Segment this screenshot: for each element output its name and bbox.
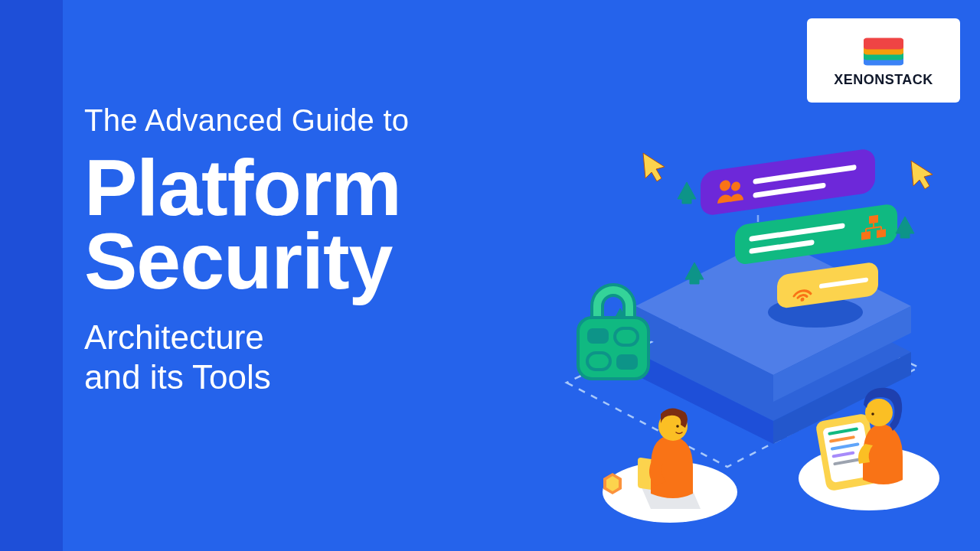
stack-icon <box>864 34 903 67</box>
svg-rect-7 <box>861 231 871 240</box>
main-title: Platform Security <box>84 152 513 298</box>
svg-point-36 <box>865 399 893 426</box>
card-org <box>735 203 897 266</box>
lock-icon <box>577 285 650 380</box>
overline-text: The Advanced Guide to <box>84 103 513 138</box>
svg-rect-23 <box>616 354 638 370</box>
subtitle-line-2: and its Tools <box>84 358 271 396</box>
title-line-2: Security <box>84 217 392 305</box>
person-laptop-left <box>603 408 737 523</box>
svg-rect-3 <box>735 203 897 266</box>
svg-point-27 <box>676 425 679 428</box>
svg-rect-6 <box>869 215 878 224</box>
svg-point-37 <box>871 412 874 416</box>
card-users <box>701 148 875 217</box>
svg-rect-8 <box>877 229 886 238</box>
subtitle: Architecture and its Tools <box>84 318 513 397</box>
svg-rect-20 <box>587 328 609 344</box>
subtitle-line-1: Architecture <box>84 318 264 356</box>
hero-illustration <box>528 115 957 528</box>
brand-badge: XENONSTACK <box>807 18 960 103</box>
brand-name: XENONSTACK <box>834 72 933 88</box>
left-accent-panel <box>0 0 63 551</box>
heading-block: The Advanced Guide to Platform Security … <box>84 103 513 397</box>
